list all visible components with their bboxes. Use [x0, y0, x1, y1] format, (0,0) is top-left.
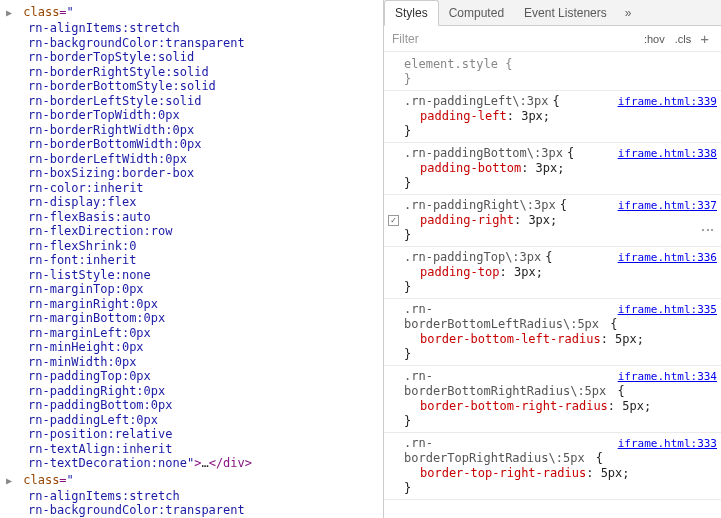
- source-link[interactable]: iframe.html:336: [612, 250, 717, 265]
- filter-input[interactable]: Filter: [392, 32, 639, 46]
- selector[interactable]: borderBottomRightRadius\:5px: [404, 384, 606, 398]
- tab-styles[interactable]: Styles: [384, 0, 439, 26]
- source-link[interactable]: iframe.html:338: [612, 146, 717, 161]
- class-value[interactable]: rn-font:inherit: [28, 253, 383, 268]
- class-value[interactable]: rn-textDecoration:none">…</div>: [28, 456, 383, 471]
- css-rule[interactable]: .rn-paddingRight\:3px {iframe.html:337pa…: [384, 195, 721, 247]
- css-rule[interactable]: .rn-paddingBottom\:3px {iframe.html:338p…: [384, 143, 721, 195]
- class-value[interactable]: rn-backgroundColor:transparent: [28, 503, 383, 518]
- source-link[interactable]: iframe.html:335: [612, 302, 717, 317]
- selector[interactable]: .rn-paddingLeft\:3px: [404, 94, 549, 109]
- selector[interactable]: .rn-: [404, 436, 433, 451]
- selector[interactable]: borderBottomLeftRadius\:5px: [404, 317, 599, 331]
- class-value[interactable]: rn-position:relative: [28, 427, 383, 442]
- property[interactable]: border-top-right-radius: [420, 466, 586, 480]
- elements-panel[interactable]: ▶ class="rn-alignItems:stretchrn-backgro…: [0, 0, 383, 518]
- selector[interactable]: .rn-paddingTop\:3px: [404, 250, 541, 265]
- class-value[interactable]: rn-borderLeftStyle:solid: [28, 94, 383, 109]
- class-value[interactable]: rn-minHeight:0px: [28, 340, 383, 355]
- class-value[interactable]: rn-borderRightStyle:solid: [28, 65, 383, 80]
- tab-overflow[interactable]: »: [617, 1, 640, 25]
- dom-node[interactable]: ▶ class="rn-alignItems:stretchrn-backgro…: [6, 472, 383, 519]
- declaration[interactable]: padding-left: 3px;: [404, 109, 717, 124]
- open-brace: {: [567, 146, 574, 161]
- class-value[interactable]: rn-boxSizing:border-box: [28, 166, 383, 181]
- value[interactable]: 5px: [601, 466, 623, 480]
- property[interactable]: padding-left: [420, 109, 507, 123]
- class-value[interactable]: rn-listStyle:none: [28, 268, 383, 283]
- expand-arrow-icon[interactable]: ▶: [6, 473, 16, 489]
- property[interactable]: padding-top: [420, 265, 499, 279]
- element-style-rule[interactable]: element.style { }: [384, 54, 721, 91]
- more-icon[interactable]: ⋮: [700, 223, 715, 238]
- property[interactable]: border-bottom-right-radius: [420, 399, 608, 413]
- class-value[interactable]: rn-paddingTop:0px: [28, 369, 383, 384]
- class-value[interactable]: rn-borderLeftWidth:0px: [28, 152, 383, 167]
- class-value[interactable]: rn-flexBasis:auto: [28, 210, 383, 225]
- property-checkbox[interactable]: ✓: [388, 215, 399, 226]
- value[interactable]: 3px: [536, 161, 558, 175]
- class-value[interactable]: rn-backgroundColor:transparent: [28, 36, 383, 51]
- value[interactable]: 3px: [514, 265, 536, 279]
- dom-open-tag[interactable]: ▶ class=": [6, 4, 383, 21]
- class-value[interactable]: rn-borderTopWidth:0px: [28, 108, 383, 123]
- source-link[interactable]: iframe.html:333: [612, 436, 717, 451]
- class-value[interactable]: rn-paddingRight:0px: [28, 384, 383, 399]
- class-value[interactable]: rn-marginLeft:0px: [28, 326, 383, 341]
- new-rule-button[interactable]: +: [700, 30, 709, 47]
- css-rule[interactable]: .rn-paddingLeft\:3px {iframe.html:339pad…: [384, 91, 721, 143]
- class-value[interactable]: rn-textAlign:inherit: [28, 442, 383, 457]
- class-value[interactable]: rn-alignItems:stretch: [28, 489, 383, 504]
- devtools-container: ▶ class="rn-alignItems:stretchrn-backgro…: [0, 0, 721, 518]
- class-value[interactable]: rn-paddingBottom:0px: [28, 398, 383, 413]
- class-value[interactable]: rn-marginBottom:0px: [28, 311, 383, 326]
- class-value[interactable]: rn-borderBottomWidth:0px: [28, 137, 383, 152]
- declaration[interactable]: border-bottom-right-radius: 5px;: [404, 399, 717, 414]
- tab-computed[interactable]: Computed: [439, 1, 514, 25]
- css-rule[interactable]: .rn-iframe.html:333borderTopRightRadius\…: [384, 433, 721, 500]
- class-value[interactable]: rn-alignItems:stretch: [28, 21, 383, 36]
- declaration[interactable]: padding-bottom: 3px;: [404, 161, 717, 176]
- class-value[interactable]: rn-marginRight:0px: [28, 297, 383, 312]
- open-brace: {: [618, 384, 625, 398]
- selector[interactable]: borderTopRightRadius\:5px: [404, 451, 585, 465]
- class-value[interactable]: rn-paddingLeft:0px: [28, 413, 383, 428]
- value[interactable]: 3px: [528, 213, 550, 227]
- value[interactable]: 3px: [521, 109, 543, 123]
- class-value[interactable]: rn-borderRightWidth:0px: [28, 123, 383, 138]
- declaration[interactable]: padding-right: 3px;: [404, 213, 717, 228]
- tab-event-listeners[interactable]: Event Listeners: [514, 1, 617, 25]
- dom-node[interactable]: ▶ class="rn-alignItems:stretchrn-backgro…: [6, 4, 383, 471]
- css-rule[interactable]: .rn-paddingTop\:3px {iframe.html:336padd…: [384, 247, 721, 299]
- value[interactable]: 5px: [615, 332, 637, 346]
- dom-open-tag[interactable]: ▶ class=": [6, 472, 383, 489]
- class-value[interactable]: rn-borderBottomStyle:solid: [28, 79, 383, 94]
- source-link[interactable]: iframe.html:337: [612, 198, 717, 213]
- css-rule[interactable]: .rn-iframe.html:334borderBottomRightRadi…: [384, 366, 721, 433]
- class-value[interactable]: rn-flexShrink:0: [28, 239, 383, 254]
- class-value[interactable]: rn-marginTop:0px: [28, 282, 383, 297]
- hov-toggle[interactable]: :hov: [644, 33, 665, 45]
- selector[interactable]: .rn-: [404, 369, 433, 384]
- class-value[interactable]: rn-color:inherit: [28, 181, 383, 196]
- class-value[interactable]: rn-display:flex: [28, 195, 383, 210]
- value[interactable]: 5px: [622, 399, 644, 413]
- selector[interactable]: .rn-paddingBottom\:3px: [404, 146, 563, 161]
- selector[interactable]: .rn-paddingRight\:3px: [404, 198, 556, 213]
- declaration[interactable]: border-bottom-left-radius: 5px;: [404, 332, 717, 347]
- property[interactable]: padding-right: [420, 213, 514, 227]
- cls-toggle[interactable]: .cls: [675, 33, 692, 45]
- property[interactable]: padding-bottom: [420, 161, 521, 175]
- property[interactable]: border-bottom-left-radius: [420, 332, 601, 346]
- css-rule[interactable]: .rn-iframe.html:335borderBottomLeftRadiu…: [384, 299, 721, 366]
- class-value[interactable]: rn-minWidth:0px: [28, 355, 383, 370]
- declaration[interactable]: padding-top: 3px;: [404, 265, 717, 280]
- class-value[interactable]: rn-flexDirection:row: [28, 224, 383, 239]
- selector[interactable]: .rn-: [404, 302, 433, 317]
- close-brace: }: [404, 72, 411, 86]
- declaration[interactable]: border-top-right-radius: 5px;: [404, 466, 717, 481]
- source-link[interactable]: iframe.html:334: [612, 369, 717, 384]
- source-link[interactable]: iframe.html:339: [612, 94, 717, 109]
- class-value[interactable]: rn-borderTopStyle:solid: [28, 50, 383, 65]
- expand-arrow-icon[interactable]: ▶: [6, 5, 16, 21]
